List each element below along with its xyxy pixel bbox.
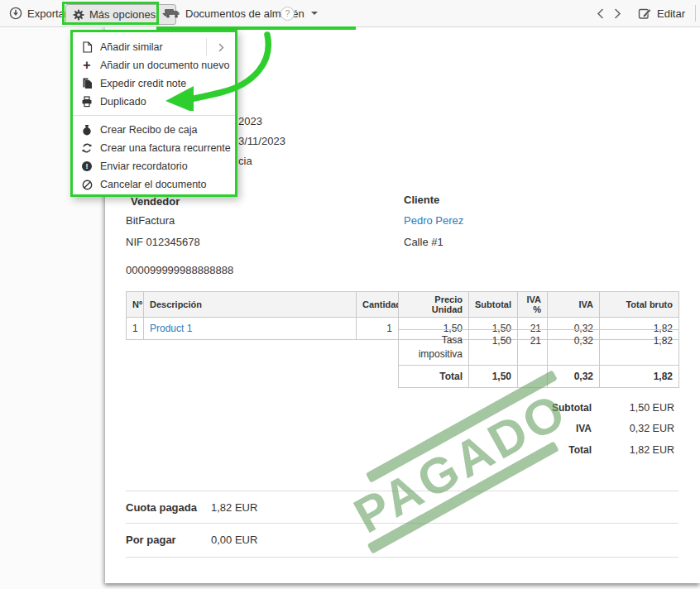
toolbar-right-group: Editar xyxy=(597,0,696,26)
menu-item-label: Cancelar el documento xyxy=(100,179,207,190)
cancel-icon xyxy=(81,179,93,190)
more-options-dropdown: Añadir similar + Añadir un documento nue… xyxy=(70,30,237,197)
total-row-label: Total xyxy=(399,366,469,388)
summary-total-label: Total xyxy=(486,444,592,456)
col-header-subtotal: Subtotal xyxy=(469,292,518,318)
submenu-chevron-icon xyxy=(206,38,235,56)
more-options-button[interactable]: Más opciones xyxy=(65,4,176,25)
menu-item-duplicate[interactable]: Duplicado xyxy=(73,93,235,111)
items-table-header-row: Nº Descripción Cantidad Precio Unidad Su… xyxy=(127,292,679,318)
summary-subtotal-row: Subtotal 1,50 EUR xyxy=(486,402,674,414)
menu-item-label: Duplicado xyxy=(100,96,146,108)
item-quantity: 1 xyxy=(357,318,399,340)
refresh-icon xyxy=(81,142,93,154)
menu-item-add-new-document[interactable]: + Añadir un documento nuevo xyxy=(73,56,235,74)
export-label: Exportar xyxy=(27,7,68,20)
document-number: 000099999988888888 xyxy=(126,264,233,276)
summary-subtotal-value: 1,50 EUR xyxy=(592,402,674,414)
amount-due-value: 0,00 EUR xyxy=(211,534,257,546)
partial-due-date-line: 3/11/2023 xyxy=(238,135,285,147)
client-address: Calle #1 xyxy=(404,236,443,248)
summary-iva-row: IVA 0,32 EUR xyxy=(486,423,674,434)
summary-iva-value: 0,32 EUR xyxy=(592,423,674,434)
item-num: 1 xyxy=(127,318,144,340)
help-button[interactable]: ? xyxy=(280,7,295,21)
plus-icon: + xyxy=(81,60,93,71)
seller-tax-id: NIF 012345678 xyxy=(126,236,200,248)
divider xyxy=(126,491,678,491)
printer-icon xyxy=(81,96,93,108)
download-circle-icon xyxy=(9,7,22,20)
seller-heading: Vendedor xyxy=(131,195,180,208)
next-document-button[interactable] xyxy=(614,8,621,19)
cash-bag-icon xyxy=(81,124,93,136)
summary-iva-label: IVA xyxy=(486,423,592,434)
tax-total-gross: 1,82 xyxy=(600,330,679,366)
menu-item-create-cash-receipt[interactable]: Crear Recibo de caja xyxy=(73,121,235,139)
edit-label: Editar xyxy=(657,7,685,20)
previous-document-button[interactable] xyxy=(597,8,604,19)
menu-item-create-recurring-invoice[interactable]: Crear una factura recurrente xyxy=(73,139,235,157)
total-row-total-gross: 1,82 xyxy=(600,366,679,388)
menu-item-label: Enviar recordatorio xyxy=(100,160,188,172)
tax-summary-table: Tasa impositiva 1,50 21 0,32 1,82 Total … xyxy=(398,329,679,388)
copy-icon xyxy=(81,78,93,89)
total-row-iva: 0,32 xyxy=(548,366,600,388)
truck-icon xyxy=(164,7,180,19)
amount-paid-value: 1,82 EUR xyxy=(211,501,257,514)
summary-subtotal-label: Subtotal xyxy=(486,402,592,414)
menu-item-label: Crear una factura recurrente xyxy=(100,142,231,154)
product-link[interactable]: Product 1 xyxy=(150,323,192,334)
menu-separator xyxy=(73,115,235,116)
col-header-unit-price: Precio Unidad xyxy=(399,292,469,318)
partial-date-line: 2023 xyxy=(238,115,262,127)
summary-total-value: 1,82 EUR xyxy=(592,444,674,456)
col-header-total-gross: Total bruto xyxy=(600,292,679,318)
col-header-iva-pct: IVA % xyxy=(518,292,548,318)
col-header-num: Nº xyxy=(127,292,144,318)
divider xyxy=(126,523,678,524)
seller-name: BitFactura xyxy=(126,214,175,227)
edit-button[interactable]: Editar xyxy=(638,7,685,20)
menu-item-label: Añadir similar xyxy=(100,41,163,53)
pagado-stamp: PAGADO xyxy=(331,368,591,557)
toolbar-divider xyxy=(695,5,696,22)
alert-icon: ! xyxy=(81,160,93,172)
file-icon xyxy=(81,41,93,53)
help-label: ? xyxy=(285,9,290,18)
tax-iva-pct: 21 xyxy=(518,330,548,366)
table-total-row: Total 1,50 0,32 1,82 xyxy=(399,366,679,388)
client-heading: Cliente xyxy=(404,194,439,206)
col-header-quantity: Cantidad xyxy=(357,292,399,318)
menu-item-label: Crear Recibo de caja xyxy=(100,124,197,136)
more-options-label: Más opciones xyxy=(89,8,156,21)
caret-down-icon xyxy=(311,12,318,15)
divider xyxy=(126,557,678,558)
tax-rate-row: Tasa impositiva 1,50 21 0,32 1,82 xyxy=(399,330,679,366)
edit-pencil-icon xyxy=(638,7,652,20)
toolbar: Exportar Más opciones xyxy=(0,0,700,27)
menu-item-send-reminder[interactable]: ! Enviar recordatorio xyxy=(73,157,235,175)
col-header-iva: IVA xyxy=(548,292,600,318)
col-header-description: Descripción xyxy=(144,292,357,318)
menu-item-label: Expedir credit note xyxy=(100,78,186,89)
summary-total-row: Total 1,82 EUR xyxy=(486,444,674,456)
total-row-subtotal: 1,50 xyxy=(469,366,518,388)
gear-icon xyxy=(73,9,84,21)
menu-item-cancel-document[interactable]: Cancelar el documento xyxy=(73,175,235,194)
total-row-iva-pct xyxy=(518,366,548,388)
menu-item-issue-credit-note[interactable]: Expedir credit note xyxy=(73,74,235,93)
amount-paid-label: Cuota pagada xyxy=(126,501,197,514)
menu-item-label: Añadir un documento nuevo xyxy=(100,60,229,71)
tax-iva: 0,32 xyxy=(548,330,600,366)
menu-item-add-similar[interactable]: Añadir similar xyxy=(73,38,235,56)
partial-city-line: cia xyxy=(238,155,252,167)
client-name-link[interactable]: Pedro Perez xyxy=(404,214,463,227)
tax-subtotal: 1,50 xyxy=(469,330,518,366)
tax-rate-label: Tasa impositiva xyxy=(399,330,469,366)
stamp-bottom-bar xyxy=(367,441,559,553)
amount-due-label: Por pagar xyxy=(126,534,176,546)
